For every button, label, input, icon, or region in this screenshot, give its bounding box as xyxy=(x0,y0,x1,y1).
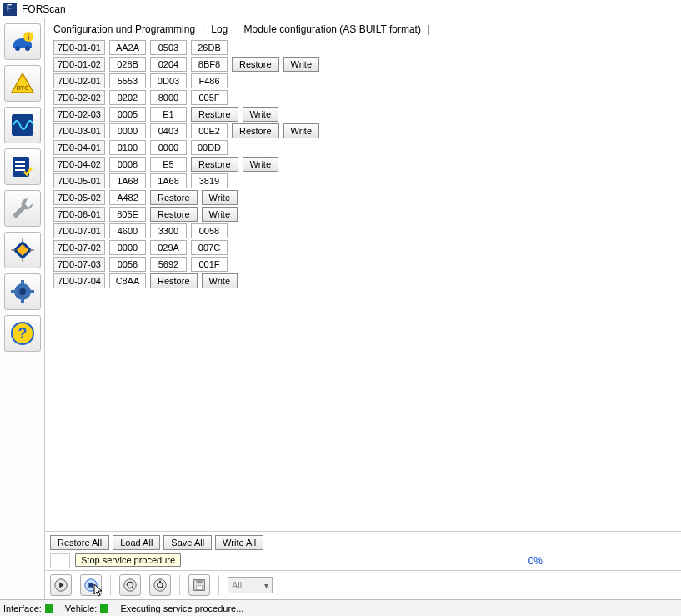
restore-button[interactable]: Restore xyxy=(232,123,279,138)
data-cell[interactable]: C8AA xyxy=(109,273,146,288)
data-cell[interactable]: 8BF8 xyxy=(191,57,228,72)
data-cell[interactable]: 5692 xyxy=(150,257,187,272)
sidebar-oscilloscope[interactable] xyxy=(4,107,41,143)
tab-separator xyxy=(234,23,237,35)
app-icon xyxy=(3,3,17,16)
sidebar-settings[interactable] xyxy=(4,273,41,310)
address-cell: 7D0-07-01 xyxy=(53,223,105,238)
data-cell[interactable]: 5553 xyxy=(109,73,146,88)
data-cell[interactable]: 001F xyxy=(191,257,228,272)
progress-percent: 0% xyxy=(528,555,543,567)
write-button[interactable]: Write xyxy=(243,157,278,172)
address-cell: 7D0-01-02 xyxy=(53,57,105,72)
data-cell[interactable]: 029A xyxy=(150,240,187,255)
toolbar-separator xyxy=(179,575,180,595)
asbuilt-table: 7D0-01-01AA2A050326DB7D0-01-02028B02048B… xyxy=(45,38,681,531)
restore-button[interactable]: Restore xyxy=(232,57,279,72)
data-cell[interactable]: 8000 xyxy=(150,90,187,105)
data-cell[interactable]: 4600 xyxy=(109,223,146,238)
status-vehicle-label: Vehicle: xyxy=(65,603,98,613)
sidebar-help[interactable]: ? xyxy=(4,315,41,352)
svg-text:DTC: DTC xyxy=(16,85,28,91)
data-cell[interactable]: 0056 xyxy=(109,257,146,272)
reset-icon xyxy=(153,578,168,593)
write-button[interactable]: Write xyxy=(243,107,278,122)
asbuilt-row: 7D0-05-02A482RestoreWrite xyxy=(53,190,673,205)
tab-config-programming[interactable]: Configuration und Programming xyxy=(53,23,195,35)
data-cell[interactable]: 0204 xyxy=(150,57,187,72)
svg-rect-32 xyxy=(196,580,202,584)
restore-button[interactable]: Restore xyxy=(150,190,198,205)
write-button[interactable]: Write xyxy=(283,123,319,138)
refresh-button[interactable] xyxy=(119,574,141,596)
sidebar-dtc[interactable]: DTC xyxy=(4,65,41,102)
save-all-button[interactable]: Save All xyxy=(163,535,212,550)
play-button[interactable] xyxy=(50,574,72,596)
data-cell[interactable]: 0008 xyxy=(109,157,146,172)
data-cell[interactable]: 005F xyxy=(191,90,228,105)
data-cell[interactable]: 0202 xyxy=(109,90,146,105)
write-all-button[interactable]: Write All xyxy=(215,535,263,550)
svg-rect-17 xyxy=(21,298,24,303)
help-icon: ? xyxy=(9,320,36,347)
car-info-icon: i xyxy=(9,28,36,55)
svg-rect-18 xyxy=(11,290,16,293)
address-cell: 7D0-04-01 xyxy=(53,140,105,155)
data-cell[interactable]: 0100 xyxy=(109,140,146,155)
data-cell[interactable]: 1A68 xyxy=(150,173,187,188)
data-cell[interactable]: 00E2 xyxy=(191,123,228,138)
write-button[interactable]: Write xyxy=(202,207,238,222)
data-cell[interactable]: AA2A xyxy=(109,40,146,55)
restore-button[interactable]: Restore xyxy=(150,273,198,288)
data-cell[interactable]: 0000 xyxy=(109,240,146,255)
data-cell[interactable]: 0058 xyxy=(191,223,228,238)
write-button[interactable]: Write xyxy=(202,273,238,288)
status-interface-label: Interface: xyxy=(3,603,42,613)
data-cell[interactable]: 26DB xyxy=(191,40,228,55)
status-bar: Interface: Vehicle: Executing service pr… xyxy=(0,599,681,616)
write-button[interactable]: Write xyxy=(283,57,319,72)
reset-button[interactable] xyxy=(149,574,171,596)
asbuilt-row: 7D0-07-01460033000058 xyxy=(53,223,673,238)
tab-log[interactable]: Log xyxy=(211,23,228,35)
sidebar-config[interactable] xyxy=(4,232,41,268)
data-cell[interactable]: 3300 xyxy=(150,223,187,238)
data-cell[interactable]: 1A68 xyxy=(109,173,146,188)
data-cell[interactable]: 007C xyxy=(191,240,228,255)
restore-button[interactable]: Restore xyxy=(150,207,198,222)
address-cell: 7D0-02-03 xyxy=(53,107,105,122)
data-cell[interactable]: 028B xyxy=(109,57,146,72)
data-cell[interactable]: 0503 xyxy=(150,40,187,55)
restore-all-button[interactable]: Restore All xyxy=(50,535,109,550)
input-box[interactable] xyxy=(50,553,70,568)
sidebar-service[interactable] xyxy=(4,190,41,227)
data-cell[interactable]: F486 xyxy=(191,73,228,88)
data-cell[interactable]: 00DD xyxy=(191,140,228,155)
sidebar-vehicle[interactable]: i xyxy=(4,23,41,60)
svg-rect-25 xyxy=(88,583,93,587)
data-cell[interactable]: E1 xyxy=(150,107,187,122)
title-bar: FORScan xyxy=(0,0,681,18)
restore-button[interactable]: Restore xyxy=(191,157,238,172)
write-button[interactable]: Write xyxy=(202,190,238,205)
stop-button[interactable] xyxy=(80,574,102,596)
filter-combo[interactable]: All xyxy=(228,577,273,593)
data-cell[interactable]: 0005 xyxy=(109,107,146,122)
tab-module-config[interactable]: Module configuration (AS BUILT format) xyxy=(244,23,421,35)
asbuilt-row: 7D0-03-010000040300E2RestoreWrite xyxy=(53,123,673,138)
data-cell[interactable]: A482 xyxy=(109,190,146,205)
svg-point-0 xyxy=(15,46,20,51)
data-cell[interactable]: 0000 xyxy=(150,140,187,155)
data-cell[interactable]: 0403 xyxy=(150,123,187,138)
data-cell[interactable]: 805E xyxy=(109,207,146,222)
data-cell[interactable]: E5 xyxy=(150,157,187,172)
save-button[interactable] xyxy=(188,574,210,596)
data-cell[interactable]: 0000 xyxy=(109,123,146,138)
data-cell[interactable]: 3819 xyxy=(191,173,228,188)
sidebar-tests[interactable] xyxy=(4,148,41,185)
load-all-button[interactable]: Load All xyxy=(113,535,160,550)
address-cell: 7D0-07-04 xyxy=(53,273,105,288)
address-cell: 7D0-03-01 xyxy=(53,123,105,138)
restore-button[interactable]: Restore xyxy=(191,107,238,122)
data-cell[interactable]: 0D03 xyxy=(150,73,187,88)
